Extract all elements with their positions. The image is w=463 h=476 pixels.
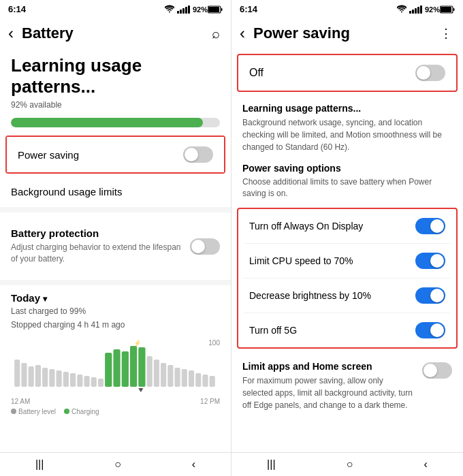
svg-rect-36 — [453, 8, 455, 11]
back-nav-button-right[interactable]: ‹ — [424, 458, 428, 471]
svg-rect-23 — [161, 363, 166, 387]
power-saving-label: Power saving — [18, 149, 183, 161]
svg-rect-1 — [208, 7, 219, 12]
option-row-always-on[interactable]: Turn off Always On Display — [238, 209, 456, 243]
svg-rect-10 — [63, 372, 69, 387]
brightness-toggle[interactable] — [415, 287, 445, 304]
options-box: Turn off Always On Display Limit CPU spe… — [237, 208, 458, 349]
svg-rect-2 — [221, 8, 223, 11]
bottom-nav-left: ||| ○ ‹ — [0, 452, 231, 476]
svg-rect-13 — [84, 376, 89, 387]
back-button-left[interactable] — [3, 21, 19, 46]
status-bar-right: 6:14 92% — [232, 0, 463, 17]
option-label-always-on: Turn off Always On Display — [249, 221, 415, 232]
battery-chart: ⚡ 99 — [11, 339, 220, 394]
brightness-knob — [430, 289, 444, 302]
svg-rect-11 — [70, 373, 76, 387]
limit-section: Limit apps and Home screen For maximum p… — [232, 354, 463, 418]
battery-protection-text: Battery protection Adjust charging behav… — [11, 227, 182, 265]
svg-rect-29 — [202, 375, 208, 387]
home-button[interactable]: ○ — [114, 458, 121, 471]
option-row-cpu[interactable]: Limit CPU speed to 70% — [238, 244, 456, 278]
off-toggle-box: Off — [237, 54, 458, 92]
gap2 — [0, 280, 231, 285]
battery-protection-knob — [191, 240, 205, 253]
options-desc: Choose additional limits to save battery… — [232, 176, 463, 205]
recent-apps-button-right[interactable]: ||| — [267, 458, 275, 471]
power-saving-toggle[interactable] — [183, 146, 213, 163]
limit-text: Limit apps and Home screen For maximum p… — [242, 361, 414, 411]
svg-rect-16 — [105, 353, 112, 387]
legend-battery: Battery level — [11, 408, 56, 415]
option-row-5g[interactable]: Turn off 5G — [238, 313, 456, 347]
battery-protection-desc: Adjust charging behavior to extend the l… — [11, 242, 182, 265]
always-on-knob — [430, 219, 444, 233]
limit-knob — [424, 364, 437, 377]
battery-status-left: 92% — [193, 5, 223, 14]
home-button-right[interactable]: ○ — [347, 458, 353, 471]
svg-rect-28 — [195, 373, 201, 387]
back-button-right[interactable] — [234, 21, 251, 46]
background-row[interactable]: Background usage limits — [0, 176, 231, 207]
battery-bar — [11, 118, 220, 127]
svg-rect-26 — [182, 369, 187, 387]
svg-rect-19 — [130, 346, 137, 387]
battery-protection-toggle[interactable] — [190, 238, 220, 255]
svg-rect-8 — [49, 369, 54, 387]
svg-rect-20 — [138, 347, 145, 387]
svg-rect-24 — [167, 365, 173, 387]
signal-icon-right — [409, 5, 422, 14]
big-title: Learning usagepatterns... — [0, 50, 231, 99]
page-title-left: Battery — [19, 25, 206, 42]
today-sub1: Last charged to 99% — [11, 305, 220, 317]
chart-area: 100 — [11, 339, 220, 400]
nav-bar-right: Power saving ⋮ — [232, 17, 463, 50]
today-label: Today — [11, 292, 220, 304]
svg-rect-18 — [122, 351, 129, 387]
svg-rect-27 — [189, 370, 194, 387]
nav-bar-left: Battery — [0, 17, 231, 50]
right-content: Off Learning usage patterns... Backgroun… — [232, 50, 463, 452]
battery-status-right: 92% — [425, 5, 455, 14]
always-on-toggle[interactable] — [415, 218, 445, 234]
limit-toggle[interactable] — [422, 362, 452, 379]
off-toggle-row[interactable]: Off — [238, 55, 456, 91]
available-text: 92% available — [0, 99, 231, 115]
svg-rect-3 — [14, 360, 20, 387]
page-title-right: Power saving — [251, 25, 434, 42]
svg-rect-14 — [91, 377, 97, 387]
svg-rect-21 — [147, 356, 153, 387]
chart-label-noon: 12 PM — [200, 398, 220, 405]
limit-desc: For maximum power saving, allow only sel… — [242, 375, 414, 411]
chart-percent-top: 100 — [208, 339, 220, 347]
5g-toggle[interactable] — [415, 322, 445, 338]
legend-battery-dot — [11, 409, 16, 414]
svg-rect-6 — [35, 365, 41, 387]
chart-legend: Battery level Charging — [11, 408, 220, 415]
battery-panel: 6:14 92% Battery Learning usagepatter — [0, 0, 232, 476]
svg-text:99: 99 — [133, 340, 140, 347]
cpu-knob — [430, 254, 444, 268]
svg-rect-17 — [113, 349, 120, 387]
status-icons-right: 92% — [397, 5, 455, 14]
limit-title: Limit apps and Home screen — [242, 361, 414, 372]
cpu-toggle[interactable] — [415, 253, 445, 269]
background-label: Background usage limits — [11, 186, 220, 197]
time-left: 6:14 — [8, 4, 26, 14]
more-button-right[interactable]: ⋮ — [434, 23, 458, 44]
limit-row[interactable]: Limit apps and Home screen For maximum p… — [242, 361, 452, 411]
option-row-brightness[interactable]: Decrease brightness by 10% — [238, 279, 456, 313]
status-bar-left: 6:14 92% — [0, 0, 231, 17]
recent-apps-button[interactable]: ||| — [35, 458, 44, 471]
power-saving-row[interactable]: Power saving — [7, 137, 224, 172]
svg-rect-12 — [77, 375, 82, 387]
chart-label-midnight: 12 AM — [11, 398, 30, 405]
back-nav-button[interactable]: ‹ — [192, 458, 195, 471]
time-right: 6:14 — [240, 4, 257, 14]
dropdown-icon[interactable] — [43, 292, 47, 304]
svg-rect-30 — [210, 376, 215, 387]
wifi-icon-right — [397, 5, 406, 14]
option-label-brightness: Decrease brightness by 10% — [249, 290, 415, 301]
off-toggle[interactable] — [415, 65, 445, 81]
search-button-left[interactable] — [206, 23, 225, 44]
